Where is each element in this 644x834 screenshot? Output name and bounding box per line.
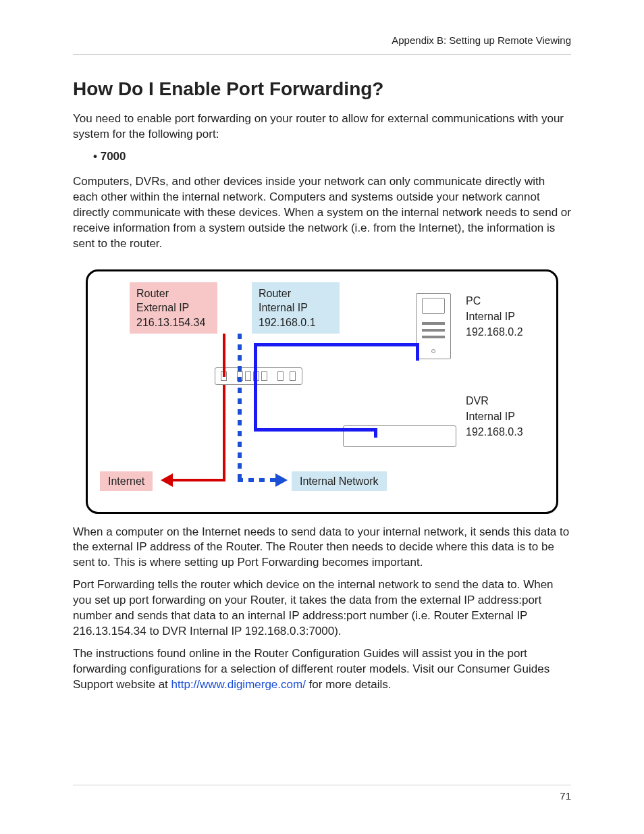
paragraph: The instructions found online in the Rou… (73, 646, 571, 693)
text: for more details. (306, 678, 392, 691)
page-number: 71 (560, 789, 571, 803)
label: 192.168.0.1 (259, 315, 333, 330)
pc-icon (416, 293, 451, 359)
internal-network-label: Internal Network (292, 471, 387, 492)
label: External IP (136, 301, 211, 315)
label: Router (259, 286, 333, 301)
support-link[interactable]: http://www.digimerge.com/ (171, 678, 306, 691)
arrow-right-icon (275, 473, 288, 487)
connector-dashed (238, 334, 242, 482)
label: 192.168.0.2 (466, 324, 523, 340)
bullet-port: • 7000 (93, 149, 571, 165)
label: 192.168.0.3 (466, 424, 523, 440)
footer-rule (73, 785, 571, 785)
connector-external (223, 385, 225, 481)
pc-ip-label: PC Internal IP 192.168.0.2 (466, 293, 523, 340)
label: DVR (466, 393, 523, 409)
connector-external (223, 334, 225, 377)
internet-label: Internet (100, 471, 153, 492)
connector (374, 428, 377, 438)
connector-external (171, 479, 225, 481)
paragraph: Port Forwarding tells the router which d… (73, 577, 571, 640)
connector (416, 343, 419, 361)
label: PC (466, 293, 523, 309)
connector (254, 343, 257, 431)
router-external-ip-box: Router External IP 216.13.154.34 (130, 282, 217, 334)
connector (254, 428, 375, 432)
paragraph: When a computer on the Internet needs to… (73, 525, 571, 571)
label: Internal Network (300, 475, 379, 487)
running-header: Appendix B: Setting up Remote Viewing (73, 34, 571, 55)
network-diagram: Router External IP 216.13.154.34 Router … (86, 269, 558, 514)
label: 216.13.154.34 (136, 315, 211, 330)
page-title: How Do I Enable Port Forwarding? (73, 76, 571, 102)
connector-dashed (238, 478, 278, 482)
label: Internal IP (466, 309, 523, 324)
router-internal-ip-box: Router Internal IP 192.168.0.1 (252, 282, 340, 334)
label: Internal IP (259, 301, 333, 315)
label: Router (136, 286, 211, 301)
connector (254, 343, 417, 346)
label: Internal IP (466, 409, 523, 424)
router-icon (215, 367, 302, 385)
dvr-ip-label: DVR Internal IP 192.168.0.3 (466, 393, 523, 440)
arrow-left-icon (161, 473, 173, 487)
paragraph: Computers, DVRs, and other devices insid… (73, 174, 571, 252)
paragraph: You need to enable port forwarding on yo… (73, 111, 571, 142)
label: Internet (108, 475, 144, 487)
